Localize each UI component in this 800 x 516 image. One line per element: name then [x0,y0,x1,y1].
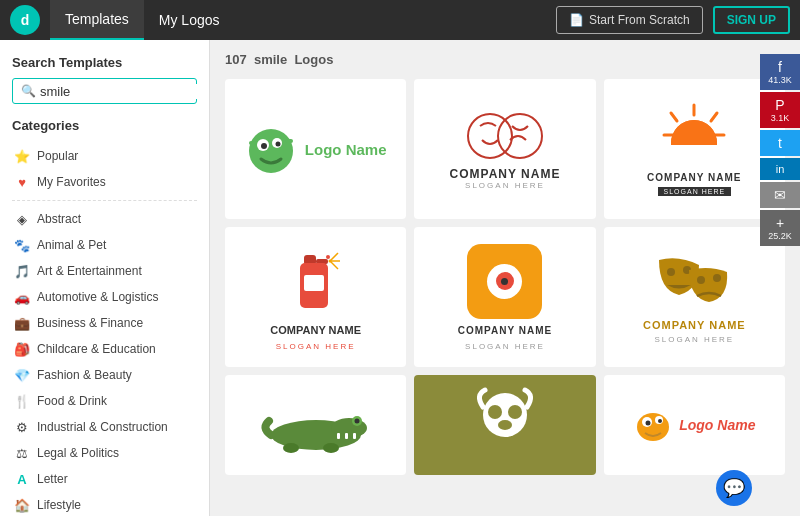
cat-letter[interactable]: A Letter [12,466,197,492]
logo-card-9[interactable]: Logo Name [604,375,785,475]
svg-rect-34 [345,433,348,439]
favorites-icon: ♥ [14,174,30,190]
svg-line-24 [330,261,338,269]
logo-card-8[interactable] [414,375,595,475]
svg-line-10 [711,113,717,121]
logo-card-5[interactable]: COMPANY NAME SLOGAN HERE [414,227,595,367]
email-share-button[interactable]: ✉ [760,182,800,208]
cat-industrial[interactable]: ⚙ Industrial & Construction [12,414,197,440]
nav-tab-my-logos[interactable]: My Logos [144,0,235,40]
cat-legal[interactable]: ⚖ Legal & Politics [12,440,197,466]
crocodile-icon [261,393,371,458]
linkedin-icon: in [776,163,785,175]
twitter-icon: t [778,135,782,151]
search-input[interactable] [40,84,208,99]
cat-childcare[interactable]: 🎒 Childcare & Education [12,336,197,362]
card3-company: COMPANY NAME [647,172,741,183]
one-eye-bg [467,244,542,319]
cat-animal-pet[interactable]: 🐾 Animal & Pet [12,232,197,258]
cow-skull-icon [470,385,540,465]
cat-abstract[interactable]: ◈ Abstract [12,206,197,232]
abstract-icon: ◈ [14,211,30,227]
main-content: 107 smile Logos [210,40,800,516]
card6-company: COMPANY NAME [643,319,746,331]
divider [12,200,197,201]
cat-automotive[interactable]: 🚗 Automotive & Logistics [12,284,197,310]
pinterest-icon: P [775,97,784,113]
svg-rect-20 [304,275,324,291]
card4-company: COMPANY NAME [270,324,361,336]
card1-logo-name: Logo Name [305,141,387,158]
card2-slogan: SLOGAN HERE [450,181,561,190]
logo-grid: Logo Name COMPANY NAME SLOGAN HERE [225,79,785,475]
card9-logo-name: Logo Name [679,417,755,433]
fashion-icon: 💎 [14,367,30,383]
svg-point-3 [261,143,267,149]
logo-card-6[interactable]: COMPANY NAME SLOGAN HERE [604,227,785,367]
cat-business[interactable]: 💼 Business & Finance [12,310,197,336]
card6-slogan: SLOGAN HERE [654,335,734,344]
facebook-share-button[interactable]: f 41.3K [760,54,800,90]
svg-point-25 [667,268,675,276]
legal-icon: ⚖ [14,445,30,461]
svg-rect-15 [671,141,717,145]
cat-lifestyle[interactable]: 🏠 Lifestyle [12,492,197,516]
logo-card-2[interactable]: COMPANY NAME SLOGAN HERE [414,79,595,219]
letter-icon: A [14,471,30,487]
logo-card-1[interactable]: Logo Name [225,79,406,219]
cat-fashion[interactable]: 💎 Fashion & Beauty [12,362,197,388]
animal-icon: 🐾 [14,237,30,253]
svg-rect-35 [353,433,356,439]
logo-card-3[interactable]: COMPANY NAME SLOGAN HERE [604,79,785,219]
signup-button[interactable]: SIGN UP [713,6,790,34]
pinterest-share-button[interactable]: P 3.1K [760,92,800,128]
twitter-share-button[interactable]: t [760,130,800,156]
linkedin-share-button[interactable]: in [760,158,800,180]
svg-point-27 [697,276,705,284]
email-icon: ✉ [774,187,786,203]
start-from-scratch-button[interactable]: 📄 Start From Scratch [556,6,703,34]
logo-card-4[interactable]: COMPANY NAME SLOGAN HERE [225,227,406,367]
svg-point-0 [249,129,293,173]
industrial-icon: ⚙ [14,419,30,435]
share-plus-button[interactable]: + 25.2K [760,210,800,246]
social-sidebar: f 41.3K P 3.1K t in ✉ + 25.2K [760,54,800,246]
search-icon: 🔍 [21,84,36,98]
cat-popular[interactable]: ⭐ Popular [12,143,197,169]
card2-company: COMPANY NAME [450,167,561,181]
cat-art-entertainment[interactable]: 🎵 Art & Entertainment [12,258,197,284]
svg-point-46 [658,419,662,423]
card4-slogan: SLOGAN HERE [276,342,356,351]
svg-point-37 [323,443,339,453]
chat-button[interactable]: 💬 [716,470,752,506]
search-box: 🔍 ✕ [12,78,197,104]
orange-monster-icon [633,405,673,445]
facebook-icon: f [778,59,782,75]
svg-point-36 [283,443,299,453]
svg-rect-5 [249,141,257,145]
svg-line-12 [671,113,677,121]
card3-slogan: SLOGAN HERE [658,187,732,196]
nav-tab-templates[interactable]: Templates [50,0,144,40]
cat-food[interactable]: 🍴 Food & Drink [12,388,197,414]
results-header: 107 smile Logos [225,52,785,67]
card5-slogan: SLOGAN HERE [465,342,545,351]
logo-card-7[interactable] [225,375,406,475]
svg-point-32 [354,418,359,423]
chat-icon: 💬 [723,477,745,499]
svg-rect-33 [337,433,340,439]
svg-rect-6 [285,139,293,143]
childcare-icon: 🎒 [14,341,30,357]
abstract-faces-icon [460,108,550,163]
svg-point-45 [646,421,651,426]
document-icon: 📄 [569,13,584,27]
lifestyle-icon: 🏠 [14,497,30,513]
app-logo[interactable]: d [10,5,40,35]
svg-point-4 [275,142,280,147]
categories-title: Categories [12,118,197,133]
svg-point-18 [326,255,330,259]
main-layout: Search Templates 🔍 ✕ Categories ⭐ Popula… [0,40,800,516]
cat-my-favorites[interactable]: ♥ My Favorites [12,169,197,195]
svg-point-39 [488,405,502,419]
svg-point-40 [508,405,522,419]
